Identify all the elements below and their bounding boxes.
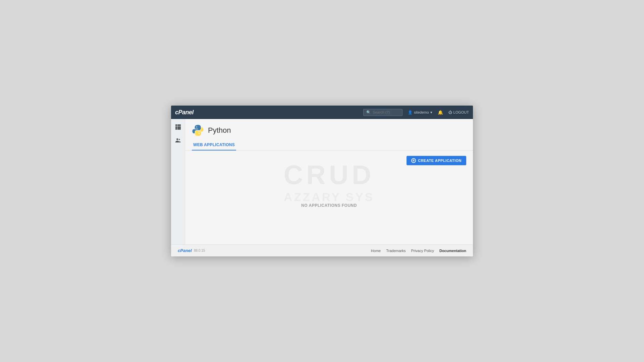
search-icon: 🔍: [366, 110, 371, 115]
chevron-down-icon: ▾: [430, 110, 432, 115]
footer-link-home[interactable]: Home: [371, 249, 381, 253]
empty-state: NO APPLICATIONS FOUND: [192, 172, 466, 239]
svg-rect-8: [179, 128, 181, 130]
svg-rect-6: [175, 128, 177, 130]
username-label: sitedemo: [414, 110, 429, 114]
svg-rect-3: [175, 126, 177, 128]
footer-link-privacy[interactable]: Privacy Policy: [411, 249, 434, 253]
cpanel-window: cPanel 🔍 👤 sitedemo ▾ 🔔 ⏻ LOGOUT: [171, 106, 473, 256]
svg-point-9: [176, 138, 178, 140]
navbar: cPanel 🔍 👤 sitedemo ▾ 🔔 ⏻ LOGOUT: [171, 106, 473, 119]
tab-web-applications[interactable]: WEB APPLICATIONS: [192, 140, 236, 150]
svg-rect-4: [177, 126, 179, 128]
nav-user[interactable]: 👤 sitedemo ▾: [408, 110, 432, 115]
search-box[interactable]: 🔍: [363, 109, 402, 116]
empty-state-message: NO APPLICATIONS FOUND: [301, 203, 357, 208]
grid-icon: [175, 124, 181, 131]
bell-icon[interactable]: 🔔: [438, 110, 443, 115]
main-layout: CRUD AZZARY SYS: [171, 119, 473, 244]
content-body: + CREATE APPLICATION NO APPLICATIONS FOU…: [185, 150, 473, 244]
search-input[interactable]: [373, 110, 399, 114]
svg-rect-2: [179, 124, 181, 126]
svg-rect-0: [175, 124, 177, 126]
tabs-bar: WEB APPLICATIONS: [185, 140, 473, 150]
footer-logo: cPanel: [178, 248, 192, 253]
content-area: CRUD AZZARY SYS: [185, 119, 473, 244]
svg-rect-5: [179, 126, 181, 128]
create-application-button[interactable]: + CREATE APPLICATION: [407, 156, 466, 165]
svg-rect-1: [177, 124, 179, 126]
navbar-brand: cPanel: [175, 109, 194, 116]
page-title: Python: [208, 126, 231, 135]
python-logo: [192, 124, 204, 136]
logout-label: LOGOUT: [453, 110, 469, 114]
svg-point-10: [178, 139, 180, 140]
plus-circle-icon: +: [411, 158, 416, 163]
sidebar-item-home[interactable]: [172, 122, 184, 134]
sidebar-item-users[interactable]: [172, 135, 184, 147]
footer-version: 88.0.15: [194, 249, 205, 252]
navbar-right: 🔍 👤 sitedemo ▾ 🔔 ⏻ LOGOUT: [363, 109, 469, 116]
footer-link-trademarks[interactable]: Trademarks: [386, 249, 406, 253]
logout-button[interactable]: ⏻ LOGOUT: [448, 110, 469, 114]
footer-brand: cPanel 88.0.15: [178, 248, 205, 253]
page-header: Python: [185, 119, 473, 140]
cpanel-logo: cPanel: [175, 109, 194, 116]
user-icon: 👤: [408, 110, 413, 115]
users-icon: [175, 137, 181, 145]
svg-rect-7: [177, 128, 179, 130]
sidebar: [171, 119, 185, 244]
footer-links: Home Trademarks Privacy Policy Documenta…: [371, 249, 466, 253]
svg-point-12: [199, 133, 200, 134]
footer: cPanel 88.0.15 Home Trademarks Privacy P…: [171, 244, 473, 256]
svg-point-11: [196, 126, 197, 127]
toolbar-row: + CREATE APPLICATION: [192, 156, 466, 165]
logout-icon: ⏻: [448, 110, 452, 114]
footer-link-documentation[interactable]: Documentation: [439, 249, 466, 253]
create-application-label: CREATE APPLICATION: [418, 159, 462, 163]
